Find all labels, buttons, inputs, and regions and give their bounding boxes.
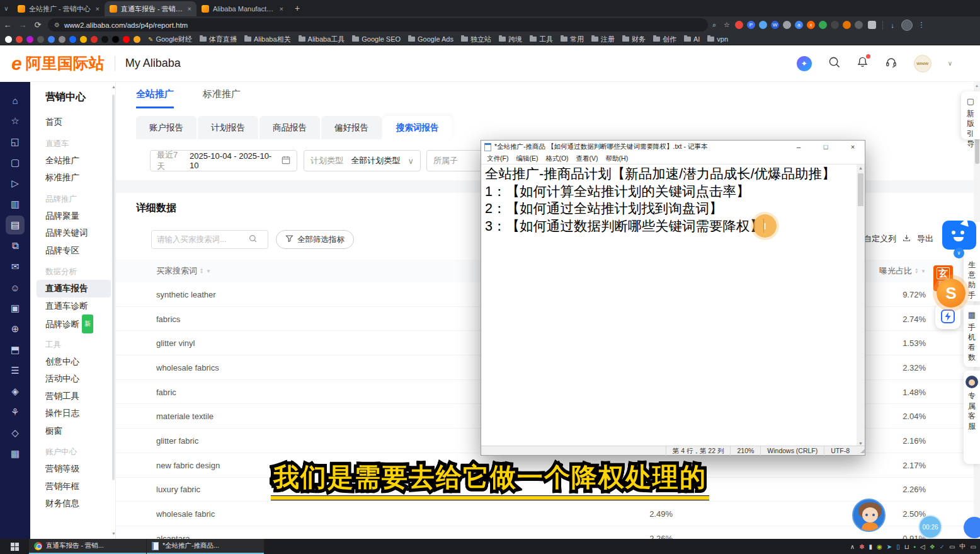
notepad-scrollbar[interactable]: ▲ ▼	[857, 164, 865, 446]
column-search-term[interactable]: 买家搜索词 ▲▼ ▼	[156, 265, 211, 277]
tab-search-chevron-icon[interactable]: ∨	[0, 5, 13, 12]
close-tab-icon[interactable]: ×	[188, 5, 191, 13]
mobile-data-tab[interactable]: ▦ 手机看数	[964, 305, 980, 367]
bookmark-favicon-8[interactable]	[80, 36, 87, 43]
forward-icon[interactable]: →	[15, 20, 30, 30]
sort-icons[interactable]: ▲▼	[914, 268, 918, 274]
sidebar-item-operation-log[interactable]: 操作日志	[45, 405, 115, 422]
extension-icon-1[interactable]	[735, 21, 743, 29]
bookmark-favicon-4[interactable]	[37, 36, 44, 43]
search-icon[interactable]	[828, 56, 840, 71]
extension-icon-6[interactable]: a	[795, 21, 803, 29]
tray-mic-icon[interactable]: ▮	[869, 543, 873, 550]
bookmark-folder[interactable]: 体育直播	[200, 35, 237, 44]
rail-shop-icon[interactable]: ◱	[6, 132, 25, 151]
tray-chevron-up-icon[interactable]: ∧	[850, 543, 855, 550]
tray-app-icon[interactable]: ✽	[859, 543, 864, 550]
tray-status-led-icon[interactable]: ▪	[913, 543, 916, 550]
tray-shield-check-icon[interactable]: ✓	[940, 543, 945, 550]
back-icon[interactable]: ←	[0, 20, 15, 30]
search-icon[interactable]	[249, 234, 257, 245]
menu-help[interactable]: 帮助(H)	[603, 154, 632, 163]
bookmark-favicon-2[interactable]	[16, 36, 23, 43]
menu-edit[interactable]: 编辑(E)	[513, 154, 541, 163]
extension-icon-5[interactable]	[783, 21, 791, 29]
rail-security-icon[interactable]: ◈	[6, 382, 25, 401]
browser-tab-1[interactable]: 全站推广 - 营销中心 ×	[13, 1, 105, 16]
menu-scrollbar-thumb[interactable]	[112, 95, 115, 480]
bookmark-favicon-10[interactable]	[101, 36, 108, 43]
sidebar-item-showcase[interactable]: 橱窗	[45, 422, 115, 440]
maximize-button[interactable]: □	[814, 141, 838, 153]
bookmark-folder[interactable]: 注册	[591, 35, 615, 44]
assistant-genie-icon[interactable]	[942, 221, 976, 250]
address-bar[interactable]: ⚙ www2.alibaba.com/ads/p4p/report.htm	[48, 18, 708, 32]
bookmark-favicon-11[interactable]	[112, 36, 119, 43]
sort-icons[interactable]: ▲▼	[200, 268, 203, 274]
sidebar-item-home[interactable]: 首页	[45, 113, 115, 131]
tray-telegram-icon[interactable]: ➤	[887, 543, 892, 550]
scrollbar-thumb[interactable]	[858, 173, 863, 206]
rail-video-icon[interactable]: ▷	[6, 174, 25, 193]
close-tab-icon[interactable]: ×	[96, 5, 100, 13]
scroll-up-icon[interactable]: ▲	[857, 166, 865, 170]
browser-menu-kebab-icon[interactable]: ⋮	[915, 21, 928, 29]
rail-messages-icon[interactable]: ✉	[6, 257, 25, 276]
tray-usb-icon[interactable]: ⊔	[904, 543, 909, 550]
sidebar-item-brand-juliang[interactable]: 品牌聚量	[45, 207, 115, 225]
sidebar-item-marketing-frame[interactable]: 营销年框	[45, 478, 115, 495]
sidebar-item-marketing-level[interactable]: 营销等级	[45, 460, 115, 478]
sidebar-item-marketing-tools[interactable]: 营销工具	[45, 388, 115, 405]
lightning-widget[interactable]	[935, 304, 960, 329]
new-tab-button[interactable]: +	[295, 3, 300, 13]
menu-scroll-up-icon[interactable]: ▲	[111, 84, 116, 89]
bookmark-folder[interactable]: 创作	[653, 35, 676, 44]
menu-file[interactable]: 文件(F)	[484, 154, 511, 163]
taskbar-notepad-task[interactable]: *全站推广-推商品...	[147, 539, 264, 554]
assistant-expand-icon[interactable]: ∨	[954, 248, 964, 258]
sidebar-item-quanzhan[interactable]: 全站推广	[45, 152, 115, 170]
bookmark-item[interactable]: ✎Google财经	[148, 35, 192, 44]
browser-tab-3[interactable]: Alibaba Manufacturer Direct ×	[197, 1, 288, 16]
export-button[interactable]: 导出	[917, 233, 933, 245]
menu-scroll-down-icon[interactable]: ▼	[111, 531, 116, 536]
bookmark-favicon-13[interactable]	[134, 36, 140, 43]
bookmark-folder[interactable]: 工具	[530, 35, 553, 44]
menu-format[interactable]: 格式(O)	[542, 154, 571, 163]
start-button[interactable]	[0, 539, 29, 554]
rail-orders-icon[interactable]: ▣	[6, 299, 25, 318]
customize-columns-button[interactable]: 自定义列	[863, 233, 896, 245]
bookmark-favicon-9[interactable]	[91, 36, 98, 43]
tab-plan-report[interactable]: 计划报告	[198, 116, 258, 139]
sidebar-item-creative-center[interactable]: 创意中心	[45, 353, 115, 371]
tab-preference-report[interactable]: 偏好报告	[321, 116, 382, 139]
scroll-down-icon[interactable]: ▼	[857, 441, 865, 446]
bookmark-folder[interactable]: 常用	[561, 35, 584, 44]
alibaba-brand-logo[interactable]: e 阿里国际站	[11, 53, 105, 74]
export-icon[interactable]	[903, 234, 911, 244]
profile-avatar[interactable]	[901, 20, 913, 31]
bookmark-folder[interactable]: Alibaba工具	[299, 35, 345, 44]
bookmark-favicon-6[interactable]	[59, 36, 66, 43]
rail-ads-icon-selected[interactable]: ▤	[6, 216, 25, 234]
close-tab-icon[interactable]: ×	[280, 5, 283, 13]
s-floating-badge[interactable]: S	[937, 279, 966, 308]
bookmark-favicon-5[interactable]	[48, 36, 55, 43]
rail-products-icon[interactable]: ▢	[6, 153, 25, 172]
extension-icon-3[interactable]	[759, 21, 767, 29]
sidebar-item-p4p-report-active[interactable]: 直通车报告	[37, 280, 111, 297]
new-version-guide-tab[interactable]: ▢ 新版引导	[961, 91, 980, 139]
downloads-icon[interactable]: ↓	[886, 21, 899, 29]
customer-service-tab[interactable]: 专属客服	[964, 371, 980, 464]
extension-icon-10[interactable]	[843, 21, 851, 29]
bookmark-folder[interactable]: Google Ads	[408, 35, 453, 43]
bookmark-star-icon[interactable]: ☆	[721, 21, 733, 29]
tab-account-report[interactable]: 账户报告	[136, 116, 197, 139]
bookmark-folder[interactable]: 跨境	[499, 35, 522, 44]
tab-biaozhun[interactable]: 标准推广	[203, 88, 241, 108]
customer-support-headset-icon[interactable]	[885, 56, 897, 71]
site-info-icon[interactable]: ⚙	[54, 21, 60, 28]
extensions-puzzle-icon[interactable]	[868, 21, 876, 29]
bookmark-folder[interactable]: AI	[684, 35, 700, 43]
bookmark-folder[interactable]: Alibaba相关	[244, 35, 291, 44]
